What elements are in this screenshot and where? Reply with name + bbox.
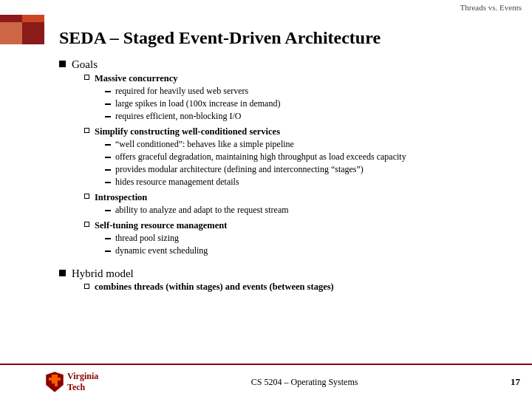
subsub-item: hides resource management details (105, 177, 517, 188)
introspection-child-1: ability to analyze and adapt to the requ… (115, 205, 289, 216)
hollow-bullet-4 (84, 222, 89, 227)
subsub-item: thread pool sizing (105, 233, 517, 244)
dash-i1 (105, 210, 111, 211)
slide: Threads vs. Events SEDA – Staged Event-D… (0, 0, 532, 399)
simplify-children: “well conditioned”: behaves like a simpl… (105, 139, 517, 188)
main-bullet-goals: Goals Massive concurrency required for h… (59, 58, 517, 260)
dash-t2 (105, 250, 111, 252)
selftuning-label: Self-tuning resource management (95, 220, 227, 231)
subsub-item: required for heavily used web servers (105, 86, 517, 97)
simplify-child-1: “well conditioned”: behaves like a simpl… (115, 139, 294, 150)
dash-s1 (105, 144, 111, 146)
selftuning-children: thread pool sizing dynamic event schedul… (105, 233, 517, 256)
subsub-item: ability to analyze and adapt to the requ… (105, 205, 517, 216)
massive-children: required for heavily used web servers la… (105, 86, 517, 122)
footer-logo: Virginia Tech (44, 370, 98, 394)
hollow-bullet-5 (84, 284, 89, 289)
square-bullet-hybrid (59, 270, 66, 276)
selftuning-child-1: thread pool sizing (115, 233, 179, 244)
hybrid-sub-list: combines threads (within stages) and eve… (84, 282, 517, 293)
vt-shield-icon (44, 370, 65, 394)
simplify-child-2: offers graceful degradation, maintaining… (115, 151, 406, 163)
footer-page-number: 17 (511, 376, 520, 388)
hollow-bullet-3 (84, 194, 89, 199)
selftuning-child-2: dynamic event scheduling (115, 245, 208, 256)
sub-item-combines: combines threads (within stages) and eve… (84, 282, 517, 293)
dash-1 (105, 91, 111, 92)
subsub-item: large spikes in load (100x increase in d… (105, 98, 517, 109)
massive-label: Massive concurrency (95, 73, 178, 83)
dash-s2 (105, 157, 111, 158)
slide-title: SEDA – Staged Event-Driven Architecture (59, 28, 517, 48)
massive-child-3: requires efficient, non-blocking I/O (115, 111, 241, 122)
hollow-bullet-1 (84, 75, 89, 80)
vt-virginia: Virginia (67, 371, 98, 382)
subsub-item: provides modular architecture (defining … (105, 164, 517, 175)
massive-child-1: required for heavily used web servers (115, 86, 248, 97)
subsub-item: “well conditioned”: behaves like a simpl… (105, 139, 517, 150)
dash-s3 (105, 169, 111, 171)
footer: Virginia Tech CS 5204 – Operating System… (0, 364, 532, 399)
dash-t1 (105, 238, 111, 239)
introspection-children: ability to analyze and adapt to the requ… (105, 205, 517, 216)
square-bullet-goals (59, 61, 66, 67)
massive-child-2: large spikes in load (100x increase in d… (115, 98, 280, 109)
subsub-item: requires efficient, non-blocking I/O (105, 111, 517, 122)
dash-2 (105, 103, 111, 105)
vt-tech: Tech (67, 382, 98, 393)
dash-s4 (105, 182, 111, 183)
sub-item-simplify: Simplify constructing well-conditioned s… (84, 126, 517, 189)
main-bullet-hybrid: Hybrid model combines threads (within st… (59, 267, 517, 295)
footer-course: CS 5204 – Operating Systems (98, 377, 511, 388)
simplify-label: Simplify constructing well-conditioned s… (95, 126, 280, 137)
goals-sub-list: Massive concurrency required for heavily… (84, 72, 517, 258)
introspection-label: Introspection (95, 192, 147, 202)
simplify-child-4: hides resource management details (115, 177, 239, 188)
header-bar: Threads vs. Events (0, 0, 532, 15)
header-title: Threads vs. Events (460, 3, 522, 12)
combines-label: combines threads (within stages) and eve… (95, 282, 334, 293)
sub-item-selftuning: Self-tuning resource management thread p… (84, 219, 517, 258)
sub-item-massive: Massive concurrency required for heavily… (84, 72, 517, 123)
subsub-item: offers graceful degradation, maintaining… (105, 151, 517, 163)
sub-item-introspection: Introspection ability to analyze and ada… (84, 191, 517, 217)
subsub-item: dynamic event scheduling (105, 245, 517, 256)
dash-3 (105, 116, 111, 117)
simplify-child-3: provides modular architecture (defining … (115, 164, 364, 175)
hollow-bullet-2 (84, 128, 89, 133)
goals-label: Goals (72, 58, 98, 70)
content-area: SEDA – Staged Event-Driven Architecture … (44, 16, 532, 362)
hybrid-label: Hybrid model (72, 267, 134, 279)
